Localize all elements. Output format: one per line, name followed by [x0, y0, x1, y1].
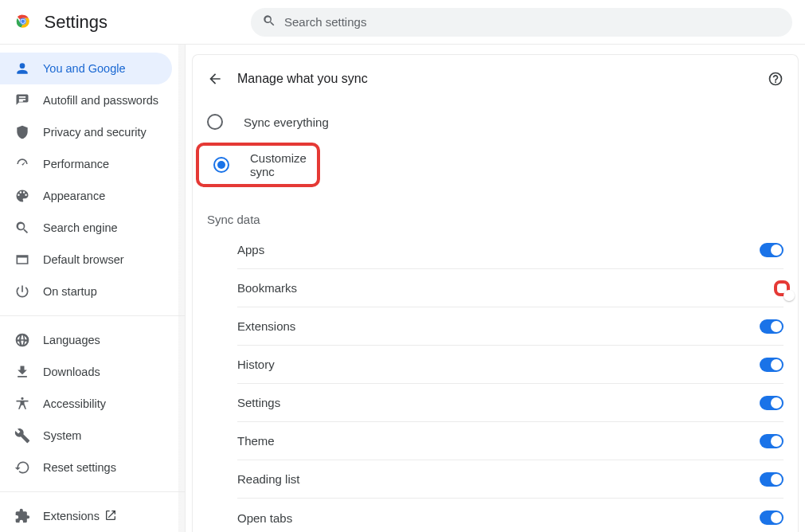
- appearance-icon: [14, 188, 30, 204]
- sync-row-extensions: Extensions: [237, 307, 784, 346]
- toggle-apps[interactable]: [760, 243, 784, 257]
- toggle-theme[interactable]: [760, 434, 784, 448]
- sidebar-item-default-browser[interactable]: Default browser: [0, 244, 172, 276]
- sidebar-item-label: Default browser: [43, 253, 124, 266]
- sidebar-item-system[interactable]: System: [0, 420, 172, 452]
- toggle-extensions[interactable]: [760, 319, 784, 334]
- toggle-label: Apps: [237, 243, 264, 256]
- annotation-highlight: [774, 280, 790, 296]
- chrome-logo-icon: [14, 13, 32, 32]
- sync-row-history: History: [237, 346, 784, 384]
- sidebar-item-appearance[interactable]: Appearance: [0, 180, 172, 212]
- privacy-icon: [14, 124, 30, 140]
- toggle-label: Open tabs: [237, 511, 292, 525]
- radio-indicator[interactable]: [213, 157, 229, 173]
- toggle-history[interactable]: [760, 358, 784, 372]
- system-icon: [14, 428, 30, 444]
- toggle-reading-list[interactable]: [760, 472, 784, 487]
- sync-row-settings: Settings: [237, 384, 784, 422]
- sidebar: You and GoogleAutofill and passwordsPriv…: [0, 45, 186, 532]
- open-external-icon: [104, 509, 117, 524]
- radio-label: Customize sync: [250, 151, 317, 178]
- search-icon: [262, 14, 284, 30]
- search-engine-icon: [14, 220, 30, 236]
- toggle-label: Theme: [237, 434, 275, 448]
- back-button[interactable]: [207, 71, 223, 87]
- radio-indicator[interactable]: [207, 114, 223, 130]
- sidebar-item-privacy[interactable]: Privacy and security: [0, 116, 172, 148]
- sidebar-item-label: Extensions: [43, 510, 100, 522]
- sidebar-item-label: Accessibility: [43, 397, 106, 410]
- toggle-label: Settings: [237, 396, 280, 409]
- toggle-label: Extensions: [237, 319, 295, 333]
- reset-icon: [14, 460, 30, 475]
- radio-customize-sync[interactable]: Customize sync: [199, 146, 317, 184]
- app-title: Settings: [45, 12, 108, 33]
- svg-point-3: [21, 19, 25, 23]
- sidebar-item-autofill[interactable]: Autofill and passwords: [0, 84, 172, 116]
- you-and-google-icon: [14, 61, 30, 76]
- on-startup-icon: [14, 284, 30, 299]
- sidebar-item-label: Languages: [43, 334, 100, 346]
- default-browser-icon: [14, 252, 30, 268]
- sidebar-separator: [0, 491, 185, 492]
- sidebar-item-reset[interactable]: Reset settings: [0, 452, 172, 483]
- sidebar-item-downloads[interactable]: Downloads: [0, 356, 172, 388]
- sync-row-bookmarks: Bookmarks: [237, 269, 784, 307]
- sidebar-item-label: Autofill and passwords: [43, 94, 158, 107]
- toggle-label: History: [237, 358, 275, 371]
- sidebar-item-on-startup[interactable]: On startup: [0, 276, 172, 307]
- sidebar-item-label: System: [43, 429, 81, 442]
- sidebar-item-label: Reset settings: [43, 461, 116, 474]
- search-settings[interactable]: [251, 8, 792, 37]
- toggle-label: Reading list: [237, 472, 299, 486]
- radio-sync-everything[interactable]: Sync everything: [193, 103, 798, 141]
- sidebar-item-accessibility[interactable]: Accessibility: [0, 388, 172, 420]
- page-title: Manage what you sync: [237, 72, 768, 86]
- sidebar-item-label: Downloads: [43, 366, 100, 378]
- performance-icon: [14, 156, 30, 172]
- scrollbar[interactable]: [178, 45, 185, 532]
- autofill-icon: [14, 92, 30, 108]
- toggle-label: Bookmarks: [237, 281, 297, 295]
- settings-card: Manage what you sync Sync everythingCust…: [192, 54, 799, 532]
- sync-row-apps: Apps: [237, 231, 784, 269]
- sidebar-item-search-engine[interactable]: Search engine: [0, 212, 172, 244]
- sync-row-theme: Theme: [237, 422, 784, 460]
- sidebar-item-you-and-google[interactable]: You and Google: [0, 53, 172, 84]
- languages-icon: [14, 332, 30, 348]
- sidebar-separator: [0, 315, 185, 316]
- sidebar-item-extensions[interactable]: Extensions: [0, 500, 172, 532]
- sidebar-item-performance[interactable]: Performance: [0, 148, 172, 180]
- downloads-icon: [14, 364, 30, 380]
- sync-data-heading: Sync data: [193, 195, 798, 231]
- sidebar-item-label: On startup: [43, 285, 97, 298]
- extensions-icon: [14, 508, 30, 524]
- sidebar-item-languages[interactable]: Languages: [0, 324, 172, 356]
- sidebar-item-label: Search engine: [43, 221, 118, 234]
- radio-label: Sync everything: [244, 115, 329, 129]
- toggle-settings[interactable]: [760, 396, 784, 410]
- toggle-open-tabs[interactable]: [760, 510, 784, 525]
- sync-row-open-tabs: Open tabs: [237, 499, 784, 532]
- sidebar-item-label: Appearance: [43, 190, 105, 202]
- search-input[interactable]: [284, 15, 781, 29]
- sidebar-item-label: Performance: [43, 158, 109, 170]
- accessibility-icon: [14, 396, 30, 412]
- sync-row-reading-list: Reading list: [237, 460, 784, 499]
- sidebar-item-label: You and Google: [43, 62, 125, 75]
- annotation-highlight: Customize sync: [196, 143, 320, 187]
- help-button[interactable]: [768, 71, 784, 87]
- sidebar-item-label: Privacy and security: [43, 126, 147, 139]
